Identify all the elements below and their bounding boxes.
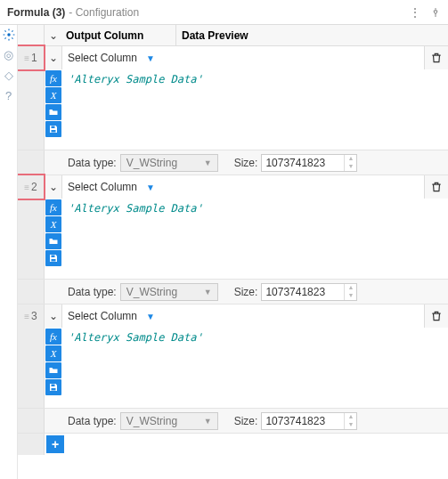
select-column-label: Select Column bbox=[68, 310, 137, 322]
size-spinner[interactable]: ▲▼ bbox=[344, 413, 356, 429]
row-index: 3 bbox=[31, 310, 37, 322]
folder-icon[interactable] bbox=[45, 362, 61, 378]
svg-rect-5 bbox=[52, 385, 55, 387]
target-icon[interactable]: ◎ bbox=[4, 48, 13, 61]
delete-row-button[interactable] bbox=[425, 175, 448, 199]
add-expression-button[interactable]: + bbox=[46, 435, 64, 453]
formula-row: ≡ 1 ⌄ Select Column ▼ fx X 'Alteryx Samp… bbox=[18, 46, 448, 175]
fx-icon[interactable]: fx bbox=[45, 329, 61, 345]
collapse-icon[interactable]: ⌄ bbox=[45, 304, 62, 328]
grip-icon: ≡ bbox=[24, 183, 29, 192]
svg-rect-6 bbox=[52, 388, 56, 391]
row-drag-handle[interactable]: ≡ 3 bbox=[18, 304, 45, 328]
menu-icon[interactable]: ⋮ bbox=[409, 5, 421, 20]
svg-point-0 bbox=[7, 33, 11, 37]
folder-icon[interactable] bbox=[45, 233, 61, 249]
size-spinner[interactable]: ▲▼ bbox=[344, 155, 356, 171]
select-column-dropdown[interactable]: Select Column ▼ bbox=[62, 304, 425, 328]
expand-all-icon[interactable]: ⌄ bbox=[45, 29, 62, 42]
data-type-label: Data type: bbox=[68, 157, 117, 169]
tag-icon[interactable]: ◇ bbox=[4, 69, 13, 82]
grip-icon: ≡ bbox=[24, 53, 29, 63]
chevron-down-icon: ▼ bbox=[204, 417, 212, 426]
svg-rect-3 bbox=[52, 256, 55, 258]
size-value: 1073741823 bbox=[262, 284, 344, 300]
expression-editor[interactable]: 'Alteryx Sample Data' bbox=[62, 69, 448, 150]
svg-rect-1 bbox=[52, 126, 55, 129]
delete-row-button[interactable] bbox=[425, 46, 448, 69]
folder-icon[interactable] bbox=[45, 104, 61, 120]
data-type-value: V_WString bbox=[126, 415, 177, 427]
expression-editor[interactable]: 'Alteryx Sample Data' bbox=[62, 199, 448, 279]
formula-row: ≡ 3 ⌄ Select Column ▼ fx X 'Alteryx Samp… bbox=[18, 304, 448, 434]
dropdown-caret-icon: ▼ bbox=[146, 53, 155, 63]
grip-icon: ≡ bbox=[24, 312, 29, 321]
select-column-label: Select Column bbox=[68, 181, 137, 193]
row-drag-handle[interactable]: ≡ 2 bbox=[18, 175, 45, 199]
size-value: 1073741823 bbox=[262, 413, 344, 429]
data-type-select[interactable]: V_WString ▼ bbox=[120, 412, 218, 430]
size-label: Size: bbox=[234, 157, 258, 169]
size-label: Size: bbox=[234, 415, 258, 427]
variable-icon[interactable]: X bbox=[45, 345, 61, 361]
delete-row-button[interactable] bbox=[425, 304, 448, 328]
fx-icon[interactable]: fx bbox=[45, 199, 61, 215]
chevron-down-icon: ▼ bbox=[204, 288, 212, 296]
save-icon[interactable] bbox=[45, 379, 61, 395]
formula-row: ≡ 2 ⌄ Select Column ▼ fx X 'Alteryx Samp… bbox=[18, 175, 448, 304]
config-header: Formula (3) - Configuration ⋮ bbox=[0, 0, 448, 25]
data-type-label: Data type: bbox=[68, 415, 117, 427]
row-drag-handle[interactable]: ≡ 1 bbox=[18, 46, 45, 69]
expression-editor[interactable]: 'Alteryx Sample Data' bbox=[62, 328, 448, 408]
size-input[interactable]: 1073741823 ▲▼ bbox=[261, 154, 357, 172]
fx-icon[interactable]: fx bbox=[45, 70, 61, 86]
header-title: Formula (3) bbox=[7, 6, 65, 19]
add-row-bar: + bbox=[18, 434, 448, 455]
svg-rect-4 bbox=[52, 259, 56, 262]
pin-icon[interactable] bbox=[430, 7, 441, 18]
gear-icon[interactable] bbox=[3, 28, 15, 41]
size-spinner[interactable]: ▲▼ bbox=[344, 284, 356, 300]
dropdown-caret-icon: ▼ bbox=[146, 183, 155, 192]
dropdown-caret-icon: ▼ bbox=[146, 312, 155, 321]
data-type-value: V_WString bbox=[126, 286, 177, 298]
data-type-label: Data type: bbox=[68, 286, 117, 298]
save-icon[interactable] bbox=[45, 121, 61, 137]
data-preview-header: Data Preview bbox=[176, 29, 448, 42]
size-label: Size: bbox=[234, 286, 258, 298]
size-value: 1073741823 bbox=[262, 155, 344, 171]
help-icon[interactable]: ? bbox=[5, 89, 12, 102]
svg-rect-2 bbox=[52, 130, 56, 133]
select-column-dropdown[interactable]: Select Column ▼ bbox=[62, 175, 425, 199]
row-index: 1 bbox=[31, 52, 37, 64]
row-index: 2 bbox=[31, 181, 37, 193]
save-icon[interactable] bbox=[45, 250, 61, 266]
variable-icon[interactable]: X bbox=[45, 216, 61, 232]
select-column-label: Select Column bbox=[68, 52, 137, 64]
size-input[interactable]: 1073741823 ▲▼ bbox=[261, 412, 357, 430]
collapse-icon[interactable]: ⌄ bbox=[45, 46, 62, 69]
data-type-select[interactable]: V_WString ▼ bbox=[120, 154, 218, 172]
left-nav-rail: ◎ ◇ ? bbox=[0, 25, 18, 479]
variable-icon[interactable]: X bbox=[45, 87, 61, 103]
chevron-down-icon: ▼ bbox=[204, 158, 212, 167]
collapse-icon[interactable]: ⌄ bbox=[45, 175, 62, 199]
column-headers: ⌄ Output Column Data Preview bbox=[18, 25, 448, 46]
size-input[interactable]: 1073741823 ▲▼ bbox=[261, 283, 357, 301]
data-type-select[interactable]: V_WString ▼ bbox=[120, 283, 218, 301]
select-column-dropdown[interactable]: Select Column ▼ bbox=[62, 46, 425, 69]
formula-list: ⌄ Output Column Data Preview ≡ 1 ⌄ Selec… bbox=[18, 25, 448, 479]
header-subtitle: - Configuration bbox=[69, 6, 139, 19]
data-type-value: V_WString bbox=[126, 157, 177, 169]
output-column-header: Output Column bbox=[62, 25, 176, 45]
